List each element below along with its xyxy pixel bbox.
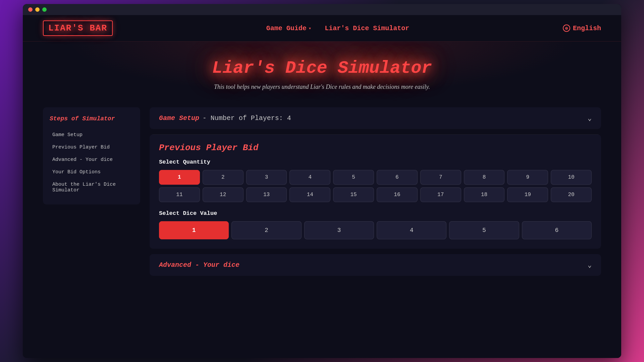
quantity-btn-17[interactable]: 17 bbox=[420, 187, 461, 202]
quantity-btn-4[interactable]: 4 bbox=[289, 170, 330, 185]
quantity-btn-14[interactable]: 14 bbox=[289, 187, 330, 202]
quantity-btn-2[interactable]: 2 bbox=[203, 170, 244, 185]
game-setup-card: Game Setup - Number of Players: 4 ⌄ bbox=[150, 107, 601, 129]
quantity-btn-16[interactable]: 16 bbox=[377, 187, 418, 202]
dice-btn-3[interactable]: 3 bbox=[304, 221, 374, 239]
nav-dice-simulator[interactable]: Liar's Dice Simulator bbox=[325, 24, 409, 32]
browser-chrome bbox=[23, 4, 621, 15]
quantity-btn-5[interactable]: 5 bbox=[333, 170, 374, 185]
quantity-btn-10[interactable]: 10 bbox=[551, 170, 592, 185]
advanced-section: Advanced - Your dice ⌄ bbox=[150, 254, 601, 276]
sidebar: Steps of Simulator Game Setup Previous P… bbox=[43, 107, 140, 204]
hero-section: Liar's Dice Simulator This tool helps ne… bbox=[23, 42, 621, 104]
previous-bid-body: Previous Player Bid Select Quantity 1234… bbox=[150, 134, 601, 249]
quantity-btn-3[interactable]: 3 bbox=[246, 170, 287, 185]
dice-btn-1[interactable]: 1 bbox=[159, 221, 229, 239]
sidebar-item-game-setup[interactable]: Game Setup bbox=[50, 129, 133, 141]
browser-content: LIAR'S BAR Game Guide ▾ Liar's Dice Simu… bbox=[23, 15, 621, 358]
quantity-btn-12[interactable]: 12 bbox=[203, 187, 244, 202]
quantity-btn-13[interactable]: 13 bbox=[246, 187, 287, 202]
game-setup-header[interactable]: Game Setup - Number of Players: 4 ⌄ bbox=[150, 107, 601, 129]
quantity-btn-20[interactable]: 20 bbox=[551, 187, 592, 202]
quantity-btn-9[interactable]: 9 bbox=[507, 170, 548, 185]
main-layout: Steps of Simulator Game Setup Previous P… bbox=[23, 104, 621, 289]
previous-bid-title: Previous Player Bid bbox=[159, 143, 592, 153]
quantity-btn-1[interactable]: 1 bbox=[159, 170, 200, 185]
browser-window: LIAR'S BAR Game Guide ▾ Liar's Dice Simu… bbox=[23, 4, 621, 358]
game-setup-chevron-icon: ⌄ bbox=[588, 114, 592, 122]
sidebar-item-advanced-dice[interactable]: Advanced - Your dice bbox=[50, 154, 133, 166]
maximize-dot[interactable] bbox=[42, 7, 47, 12]
quantity-btn-7[interactable]: 7 bbox=[420, 170, 461, 185]
sidebar-item-about[interactable]: About the Liar's Dice Simulator bbox=[50, 178, 133, 196]
quantity-btn-8[interactable]: 8 bbox=[464, 170, 505, 185]
dice-value-grid: 123456 bbox=[159, 221, 592, 239]
site-logo: LIAR'S BAR bbox=[43, 20, 113, 36]
quantity-grid: 1234567891011121314151617181920 bbox=[159, 170, 592, 202]
globe-icon: ⊕ bbox=[563, 24, 570, 32]
quantity-btn-15[interactable]: 15 bbox=[333, 187, 374, 202]
quantity-btn-6[interactable]: 6 bbox=[377, 170, 418, 185]
content-area: Game Setup - Number of Players: 4 ⌄ Prev… bbox=[150, 107, 601, 276]
dice-value-label: Select Dice Value bbox=[159, 210, 592, 217]
quantity-label: Select Quantity bbox=[159, 159, 592, 165]
navbar: LIAR'S BAR Game Guide ▾ Liar's Dice Simu… bbox=[23, 15, 621, 42]
sidebar-title: Steps of Simulator bbox=[50, 115, 133, 122]
dice-btn-6[interactable]: 6 bbox=[522, 221, 592, 239]
hero-title: Liar's Dice Simulator bbox=[36, 58, 608, 78]
advanced-title: Advanced - Your dice bbox=[159, 261, 239, 269]
nav-links: Game Guide ▾ Liar's Dice Simulator bbox=[266, 24, 410, 32]
minimize-dot[interactable] bbox=[35, 7, 40, 12]
nav-game-guide-label: Game Guide bbox=[266, 24, 307, 32]
advanced-chevron-icon: ⌄ bbox=[588, 261, 592, 269]
dice-btn-4[interactable]: 4 bbox=[377, 221, 446, 239]
language-label: English bbox=[573, 24, 601, 32]
game-setup-title: Game Setup bbox=[159, 114, 199, 122]
quantity-btn-11[interactable]: 11 bbox=[159, 187, 200, 202]
dice-btn-2[interactable]: 2 bbox=[231, 221, 301, 239]
language-selector[interactable]: ⊕ English bbox=[563, 24, 601, 32]
game-guide-chevron-icon: ▾ bbox=[309, 25, 311, 31]
nav-game-guide[interactable]: Game Guide ▾ bbox=[266, 24, 311, 32]
game-setup-subtitle: - Number of Players: 4 bbox=[203, 114, 291, 122]
sidebar-item-bid-options[interactable]: Your Bid Options bbox=[50, 166, 133, 178]
quantity-btn-19[interactable]: 19 bbox=[507, 187, 548, 202]
hero-subtitle: This tool helps new players understand L… bbox=[36, 83, 608, 90]
advanced-header[interactable]: Advanced - Your dice ⌄ bbox=[150, 254, 601, 276]
quantity-btn-18[interactable]: 18 bbox=[464, 187, 505, 202]
nav-dice-simulator-label: Liar's Dice Simulator bbox=[325, 24, 409, 32]
previous-bid-card: Previous Player Bid Select Quantity 1234… bbox=[150, 134, 601, 249]
close-dot[interactable] bbox=[28, 7, 33, 12]
dice-btn-5[interactable]: 5 bbox=[449, 221, 519, 239]
sidebar-item-previous-player-bid[interactable]: Previous Player Bid bbox=[50, 141, 133, 154]
game-setup-header-text: Game Setup - Number of Players: 4 bbox=[159, 114, 291, 122]
